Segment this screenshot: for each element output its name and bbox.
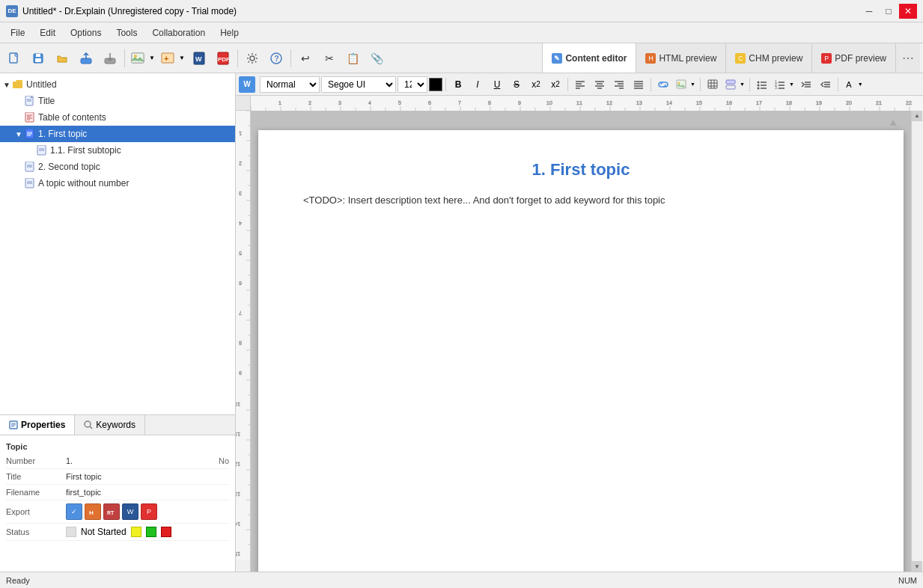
more-format-button[interactable]: A [841, 76, 856, 93]
tab-html-preview[interactable]: H HTML preview [636, 43, 726, 73]
svg-point-75 [757, 84, 759, 86]
pdf-preview-icon: P [821, 53, 832, 64]
ordered-list-arrow[interactable]: ▼ [788, 82, 796, 87]
outdent-button[interactable] [817, 76, 835, 93]
align-left-button[interactable] [571, 76, 589, 93]
title-doc-icon [24, 95, 36, 107]
tab-content-editor[interactable]: ✎ Content editor [543, 43, 636, 73]
tab-keywords[interactable]: Keywords [75, 415, 145, 435]
svg-text:14: 14 [236, 521, 240, 527]
ordered-list-button[interactable]: 1.2.3. [773, 76, 788, 93]
table-ops-arrow[interactable]: ▼ [738, 82, 746, 87]
paste-button[interactable]: 📎 [366, 47, 389, 70]
justify-button[interactable] [630, 76, 648, 93]
size-select[interactable]: 12 [397, 76, 427, 93]
status-bar: Ready NUM [0, 572, 923, 588]
tab-properties-label: Properties [21, 420, 65, 430]
open-button[interactable] [51, 47, 73, 70]
insert-image-button[interactable] [128, 47, 147, 70]
status-red[interactable] [161, 527, 171, 537]
export-rtf-icon[interactable]: RT [103, 503, 120, 520]
status-green[interactable] [146, 527, 156, 537]
tree-item-no-number[interactable]: ▶ A topic without number [0, 175, 235, 192]
insert-img-format-button[interactable] [674, 76, 689, 93]
menu-options[interactable]: Options [63, 25, 109, 41]
minimize-button[interactable]: ─ [860, 4, 878, 19]
editor-main-area: 1 2 3 4 5 6 7 8 9 10 11 12 13 14 [236, 111, 923, 572]
style-select[interactable]: Normal [260, 76, 320, 93]
status-yellow[interactable] [131, 527, 141, 537]
tree-item-title[interactable]: ▶ Title [0, 93, 235, 109]
maximize-button[interactable]: □ [880, 4, 898, 19]
tabs-more-button[interactable]: ⋯ [896, 43, 920, 73]
more-format-arrow[interactable]: ▼ [856, 82, 865, 87]
tree-item-first-subtopic[interactable]: ▶ 1.1. First subtopic [0, 142, 235, 159]
export-word-icon[interactable]: W [122, 503, 138, 520]
settings-button[interactable] [241, 47, 264, 70]
page-body-text[interactable]: <TODO>: Insert description text here... … [303, 195, 859, 206]
menu-edit[interactable]: Edit [32, 25, 63, 41]
scrollbar-area[interactable]: ▲ ▼ [911, 111, 923, 572]
indent-button[interactable] [797, 76, 815, 93]
no-number-icon [24, 177, 36, 189]
tree-item-toc[interactable]: ▶ Table of contents [0, 109, 235, 126]
svg-text:11: 11 [576, 100, 582, 105]
menu-file[interactable]: File [3, 25, 32, 41]
copy-button[interactable]: 📋 [342, 47, 365, 70]
strikethrough-button[interactable]: S [508, 76, 526, 93]
bold-button[interactable]: B [449, 76, 467, 93]
expand-untitled[interactable]: ▼ [1, 79, 12, 90]
scroll-up-button[interactable]: ▲ [912, 111, 922, 121]
insert-image-arrow[interactable]: ▼ [147, 55, 156, 61]
download-button[interactable] [99, 47, 121, 70]
tab-properties[interactable]: Properties [0, 415, 75, 435]
svg-text:9: 9 [518, 100, 521, 105]
editor-page[interactable]: 1. First topic <TODO>: Insert descriptio… [258, 130, 904, 572]
underline-button[interactable]: U [488, 76, 506, 93]
align-right-button[interactable] [610, 76, 628, 93]
tab-chm-preview[interactable]: C CHM preview [726, 43, 812, 73]
italic-button[interactable]: I [469, 76, 487, 93]
page-scroll-area[interactable]: 1. First topic <TODO>: Insert descriptio… [251, 111, 911, 572]
expand-first-topic[interactable]: ▼ [13, 129, 24, 139]
close-button[interactable]: ✕ [899, 4, 917, 19]
font-select[interactable]: Segoe UI [321, 76, 396, 93]
superscript-button[interactable]: x2 [527, 76, 545, 93]
new-button[interactable] [3, 47, 25, 70]
svg-text:7: 7 [239, 310, 242, 316]
insert-pdf-button[interactable]: PDF [212, 47, 234, 70]
insert-object-button[interactable]: + [158, 47, 177, 70]
insert-link-button[interactable] [654, 76, 672, 93]
tree-item-second-topic[interactable]: ▶ 2. Second topic [0, 159, 235, 175]
undo-button[interactable]: ↩ [294, 47, 317, 70]
save-button[interactable] [27, 47, 49, 70]
table-ops-button[interactable] [723, 76, 738, 93]
subscript-button[interactable]: x2 [546, 76, 564, 93]
insert-img-format-arrow[interactable]: ▼ [689, 82, 697, 87]
tab-pdf-preview-label: PDF preview [835, 53, 886, 64]
insert-word-button[interactable]: W [188, 47, 210, 70]
cut-button[interactable]: ✂ [318, 47, 341, 70]
menu-tools[interactable]: Tools [109, 25, 144, 41]
align-center-button[interactable] [591, 76, 609, 93]
export-html-icon[interactable]: ✓ [66, 503, 82, 520]
unordered-list-button[interactable] [753, 76, 771, 93]
tab-pdf-preview[interactable]: P PDF preview [812, 43, 896, 73]
help-button[interactable]: ? [265, 47, 287, 70]
tree-item-first-topic[interactable]: ▼ 1. First topic [0, 126, 235, 142]
insert-image-btn-group: ▼ [128, 47, 156, 70]
tree-item-untitled[interactable]: ▼ Untitled [0, 76, 235, 93]
menu-collaboration[interactable]: Collaboration [144, 25, 213, 41]
export-pdf-icon[interactable]: P [141, 503, 157, 520]
prop-title-value: First topic [66, 472, 229, 481]
text-color-box[interactable] [429, 78, 442, 91]
menu-help[interactable]: Help [213, 25, 246, 41]
svg-text:8: 8 [488, 100, 491, 105]
insert-table-button[interactable] [704, 76, 722, 93]
svg-point-44 [85, 421, 91, 427]
svg-text:7: 7 [458, 100, 461, 105]
insert-object-arrow[interactable]: ▼ [177, 55, 186, 61]
export-chm-icon[interactable]: H [85, 503, 101, 520]
scroll-down-button[interactable]: ▼ [912, 561, 922, 572]
upload-button[interactable] [75, 47, 97, 70]
